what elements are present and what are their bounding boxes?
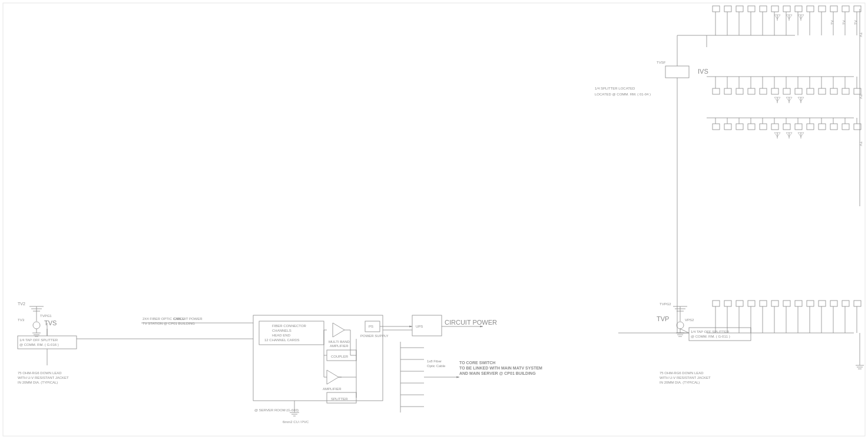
- ps-label: PS: [369, 325, 373, 328]
- svg-rect-64: [665, 66, 689, 78]
- svg-rect-159: [807, 301, 814, 306]
- core-switch-label: TO CORE SWITCH: [459, 361, 495, 365]
- channel-cards-label: 12 CHANNEL CARDS: [264, 338, 299, 342]
- tv2-label: TV2: [18, 302, 25, 306]
- svg-rect-132: [819, 124, 826, 130]
- svg-rect-104: [807, 88, 814, 94]
- svg-rect-161: [830, 301, 837, 306]
- svg-rect-76: [795, 6, 802, 12]
- svg-rect-153: [736, 301, 743, 306]
- tvsf-area: TVSF IVS: [657, 6, 863, 206]
- svg-rect-106: [830, 88, 837, 94]
- svg-rect-151: [713, 301, 720, 306]
- svg-rect-78: [819, 6, 826, 12]
- tv3-label: TV3: [18, 318, 25, 322]
- cable-left-line1: 75 OHM-RG6 DOWN LEAD: [18, 371, 62, 375]
- svg-rect-77: [807, 6, 814, 12]
- cable-left-line2: WITH U-V RESISTANT JACKET: [18, 376, 69, 379]
- left-splitter-sublabel: @ COMM. RM. ( G-016 ): [19, 343, 59, 346]
- fiber-2x4-label2: TV STATION @ CP01 BUILDING: [143, 322, 195, 325]
- splitter-top-label2: LOCATED @ COMM. RM. ( 01-04 ): [595, 93, 651, 96]
- fiber-1x8-label: 1x8 Fiber: [427, 359, 442, 363]
- diagram-canvas: TV2 TVPG1 TVS TV3 1/4 TAP OFF SPLITTER @…: [0, 0, 868, 439]
- svg-rect-99: [748, 88, 755, 94]
- svg-rect-102: [783, 88, 790, 94]
- outlet-label-2: TV: [842, 20, 846, 25]
- coupler-label: COUPLER: [331, 355, 349, 358]
- main-equipment-box: FIBER CONNECTOR CHANNELS HEAD END 12 CHA…: [253, 315, 389, 403]
- power-supply-label: POWER SUPPLY: [360, 334, 389, 338]
- svg-rect-97: [724, 88, 731, 94]
- right-splitter-sublabel: @ COMM. RM. ( G-011 ): [691, 335, 730, 338]
- svg-rect-134: [842, 124, 849, 130]
- svg-rect-154: [748, 301, 755, 306]
- svg-point-6: [33, 322, 40, 329]
- svg-rect-156: [771, 301, 778, 306]
- svg-rect-70: [724, 6, 731, 12]
- cable-right-line1: 75 OHM-RG6 DOWN LEAD: [660, 371, 704, 375]
- svg-line-62: [680, 329, 689, 333]
- svg-rect-128: [771, 124, 778, 130]
- svg-rect-74: [771, 6, 778, 12]
- tv-label-side: TV: [859, 32, 863, 37]
- svg-rect-103: [795, 88, 802, 94]
- svg-rect-158: [795, 301, 802, 306]
- multiband-label1: MULTI BAND: [329, 340, 350, 344]
- cable-right-line2: WITH U-V RESISTANT JACKET: [660, 376, 711, 379]
- tvp-label: TVP: [657, 315, 669, 322]
- ground-cable-label: 6mm2 CU / PVC: [283, 420, 309, 424]
- svg-rect-125: [736, 124, 743, 130]
- svg-rect-127: [760, 124, 767, 130]
- splitter-top-label1: 1/4 SPLITTER LOCATED: [595, 87, 635, 90]
- tvpg2-label: TVPG2: [660, 302, 671, 306]
- svg-rect-123: [713, 124, 720, 130]
- svg-rect-160: [819, 301, 826, 306]
- outlet-label-1: TV: [854, 20, 857, 25]
- ups-label: UPS: [416, 325, 423, 328]
- vps2-label: VPS2: [685, 318, 694, 322]
- circuit-power-main: CIRCUIT POWER: [445, 319, 497, 326]
- svg-rect-80: [842, 6, 849, 12]
- tvs-label-left: TVS: [44, 319, 57, 326]
- svg-rect-101: [771, 88, 778, 94]
- svg-rect-72: [748, 6, 755, 12]
- left-splitter-label: 1/4 TAP OFF SPLITTER: [19, 338, 58, 342]
- head-end-label: HEAD END: [272, 334, 291, 337]
- svg-rect-152: [724, 301, 731, 306]
- splitter-center-label: SPLITTER: [331, 397, 348, 401]
- svg-rect-96: [713, 88, 720, 94]
- tv-label-side2: TV: [859, 94, 863, 99]
- circuit-power-label-small: CIRCUIT POWER: [174, 317, 203, 321]
- svg-rect-133: [830, 124, 837, 130]
- tv-label-side3: TV: [859, 141, 863, 146]
- amplifier-label: AMPLIFIER: [323, 387, 342, 391]
- svg-point-56: [677, 322, 684, 329]
- svg-rect-75: [783, 6, 790, 12]
- tv2-antenna: [29, 306, 44, 336]
- svg-rect-126: [748, 124, 755, 130]
- ups-box: UPS: [412, 315, 442, 336]
- svg-rect-130: [795, 124, 802, 130]
- right-distribution: [400, 342, 424, 412]
- ivs-label: IVS: [698, 68, 708, 75]
- fiber-1x8-label2: Optic Cable: [427, 364, 446, 368]
- svg-rect-105: [819, 88, 826, 94]
- multiband-label2: AMPLIFIER: [330, 344, 349, 348]
- core-switch-label3: AND MAIN SERVER @ CP01 BUILDING: [459, 371, 536, 375]
- svg-rect-98: [736, 88, 743, 94]
- svg-rect-131: [807, 124, 814, 130]
- svg-rect-163: [854, 301, 861, 306]
- tvsf-label: TVSF: [657, 61, 666, 64]
- core-switch-label2: TO BE LINKED WITH MAIN MATV SYSTEM: [459, 366, 542, 370]
- channels-label: CHANNELS: [272, 329, 291, 332]
- svg-rect-157: [783, 301, 790, 306]
- server-room-label: @ SERVER ROOM (G-040): [254, 408, 299, 412]
- outlet-label-3: TV: [830, 20, 834, 25]
- cable-right-line3: IN 20MM DIA. (TYPICAL): [660, 381, 700, 384]
- svg-rect-162: [842, 301, 849, 306]
- svg-rect-107: [842, 88, 849, 94]
- svg-rect-71: [736, 6, 743, 12]
- cable-left-line3: IN 20MM DIA. (TYPICAL): [18, 381, 58, 384]
- svg-rect-100: [760, 88, 767, 94]
- fiber-connector-label: FIBER CONNECTOR: [272, 324, 307, 328]
